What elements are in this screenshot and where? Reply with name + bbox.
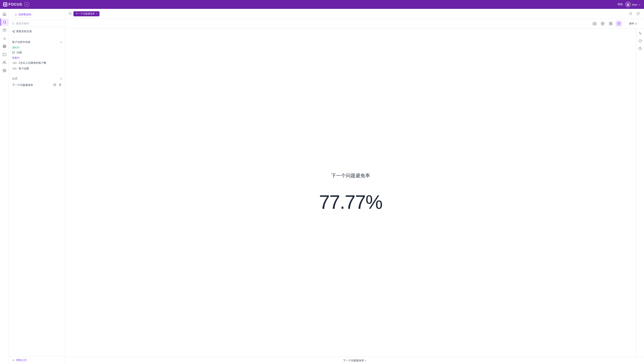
number-icon-2: 123 <box>12 67 17 70</box>
bottom-filter-tag[interactable]: 下一个问题避免率 ∨ <box>343 359 366 362</box>
plus-icon <box>12 359 15 362</box>
add-formula-button[interactable]: 增加公式 <box>9 356 65 364</box>
add-tab-button[interactable]: + <box>25 2 29 7</box>
avatar <box>625 2 631 7</box>
chart-title: 下一个问题避免率 <box>331 172 370 179</box>
table-section-header[interactable]: 客户分析中间表 ∧ <box>12 39 62 45</box>
svg-point-37 <box>629 12 632 15</box>
svg-point-17 <box>3 61 5 62</box>
search-icon <box>12 22 15 25</box>
measure-label: 度量列 <box>12 56 62 60</box>
svg-point-40 <box>602 23 603 24</box>
svg-point-18 <box>4 70 5 71</box>
formula-section-header[interactable]: 公式 ∨ <box>12 76 62 82</box>
sidebar-item-table[interactable] <box>1 43 8 50</box>
content-area: 下一个问题避免率 × <box>65 9 644 364</box>
filter-search-icon[interactable] <box>69 12 72 16</box>
svg-point-5 <box>3 21 6 23</box>
right-refresh-button[interactable] <box>637 38 643 44</box>
delete-formula-button[interactable] <box>58 83 62 87</box>
sidebar-item-folder[interactable] <box>1 51 8 58</box>
sidebar-item-users[interactable] <box>1 59 8 66</box>
right-help-button[interactable] <box>637 46 643 52</box>
right-line-chart-button[interactable] <box>637 30 643 36</box>
formula-actions <box>53 83 62 87</box>
field-date-label: 日期 <box>17 51 22 54</box>
view-relation-button[interactable]: 查看关联关系 <box>12 28 62 34</box>
user-name: jiayu <box>632 3 637 6</box>
metric-value: 77.77% <box>319 191 382 213</box>
svg-line-28 <box>13 31 14 31</box>
keyword-search-box <box>9 20 65 27</box>
svg-rect-3 <box>6 5 7 6</box>
filter-tag-close-button[interactable]: × <box>96 12 98 15</box>
filter-reset-button[interactable] <box>628 11 633 16</box>
svg-rect-2 <box>4 5 5 6</box>
operations-menu-button[interactable]: 操作 ∨ <box>627 21 639 26</box>
keyword-search-input[interactable] <box>16 22 62 25</box>
filter-refresh-button[interactable] <box>635 11 641 16</box>
formula-section: 公式 ∨ 下一个问题避免率 <box>9 74 65 90</box>
bottom-chevron-icon: ∨ <box>365 359 366 362</box>
table-section: 客户分析中间表 ∧ 属性列 日期 度量列 123 2次以上问题单的客户数 123 <box>9 38 65 72</box>
svg-rect-1 <box>6 3 7 4</box>
svg-point-22 <box>13 22 14 24</box>
chevron-up-icon: ∧ <box>60 41 62 44</box>
svg-line-6 <box>5 23 6 24</box>
svg-line-36 <box>71 14 72 15</box>
svg-point-25 <box>13 31 13 32</box>
svg-line-23 <box>14 24 14 24</box>
help-link[interactable]: 帮助 <box>617 2 623 6</box>
right-sidebar <box>636 29 644 357</box>
field-measure-2[interactable]: 123 客户总数 <box>12 66 62 72</box>
sidebar-item-analytics[interactable] <box>1 35 8 42</box>
formula-item-1: 下一个问题避免率 <box>12 82 62 88</box>
svg-rect-42 <box>611 22 612 23</box>
svg-point-39 <box>594 23 595 24</box>
main-layout: 选择数据表 查看关联关系 客户分析中间表 ∧ <box>0 9 644 364</box>
user-menu[interactable]: jiayu ▲ <box>625 2 641 7</box>
toolbar-grid-button[interactable] <box>607 20 614 27</box>
sidebar-item-settings[interactable] <box>1 67 8 74</box>
svg-rect-12 <box>3 45 6 48</box>
toolbar-camera-button[interactable] <box>591 20 598 27</box>
brand-icon <box>3 2 7 6</box>
filter-bar: 下一个问题避免率 × <box>65 9 644 19</box>
edit-formula-button[interactable] <box>53 83 57 87</box>
sidebar-item-home[interactable] <box>1 10 8 18</box>
icon-sidebar <box>0 9 9 364</box>
attr-label: 属性列 <box>12 45 62 50</box>
bottom-bar: 下一个问题避免率 ∨ <box>65 357 644 364</box>
top-navigation: FOCUS + 帮助 jiayu ▲ <box>0 0 644 9</box>
select-table-button[interactable]: 选择数据表 <box>12 11 34 18</box>
svg-rect-44 <box>609 24 610 25</box>
brand-logo: FOCUS <box>3 2 22 7</box>
chart-display: 下一个问题避免率 77.77% <box>65 29 636 357</box>
filter-tag-label: 下一个问题避免率 <box>76 12 95 16</box>
number-icon-1: 123 <box>12 62 17 64</box>
svg-line-27 <box>13 32 14 32</box>
toolbar-divider <box>624 22 625 26</box>
chevron-down-icon: ∨ <box>60 77 62 80</box>
svg-point-26 <box>14 32 15 33</box>
left-panel: 选择数据表 查看关联关系 客户分析中间表 ∧ <box>9 9 65 364</box>
svg-rect-43 <box>611 24 612 25</box>
panel-section-relation: 查看关联关系 <box>9 27 65 36</box>
toolbar-settings-button[interactable] <box>599 20 606 27</box>
relation-icon <box>12 30 15 33</box>
formula-section-title: 公式 <box>12 77 17 80</box>
sidebar-item-search[interactable] <box>1 18 9 26</box>
panel-header: 选择数据表 <box>9 9 65 20</box>
field-measure-1[interactable]: 123 2次以上问题单的客户数 <box>12 60 62 66</box>
field-measure-2-label: 客户总数 <box>19 67 29 70</box>
calendar-icon <box>12 51 15 54</box>
sidebar-item-help[interactable] <box>1 26 8 34</box>
table-section-title: 客户分析中间表 <box>12 40 31 44</box>
toolbar-pie-chart-button[interactable] <box>615 20 622 27</box>
field-date[interactable]: 日期 <box>12 50 62 56</box>
bottom-tag-label: 下一个问题避免率 <box>343 359 364 362</box>
field-measure-1-label: 2次以上问题单的客户数 <box>19 61 46 65</box>
svg-line-38 <box>631 14 632 15</box>
svg-point-35 <box>69 12 71 14</box>
active-filter-tag[interactable]: 下一个问题避免率 × <box>74 11 100 16</box>
